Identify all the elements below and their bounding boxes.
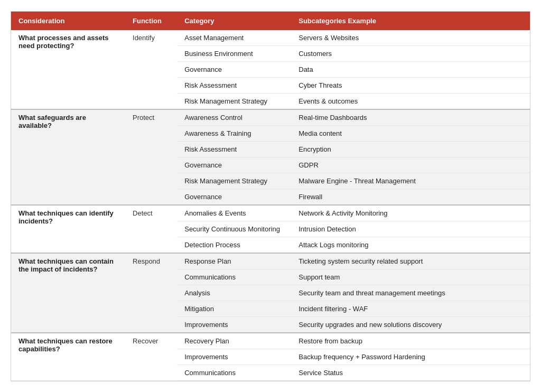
subcategory-cell: Servers & Websites (291, 30, 530, 46)
header-consideration: Consideration (11, 12, 125, 30)
subcategory-cell: Restore from backup (291, 333, 530, 349)
table-row: What safeguards are available?ProtectAwa… (11, 109, 530, 126)
consideration-cell-group-identify: What processes and assets need protectin… (11, 30, 125, 109)
subcategory-cell: Intrusion Detection (291, 221, 530, 237)
category-cell: Improvements (177, 316, 291, 333)
header-subcategories: Subcategories Example (291, 12, 530, 30)
subcategory-cell: GDPR (291, 157, 530, 173)
subcategory-cell: Media content (291, 125, 530, 141)
table-body: What processes and assets need protectin… (11, 30, 530, 381)
consideration-cell-group-respond: What techniques can contain the impact o… (11, 253, 125, 333)
subcategory-cell: Real-time Dashboards (291, 109, 530, 126)
consideration-cell-group-recover: What techniques can restore capabilities… (11, 333, 125, 381)
consideration-cell-group-detect: What techniques can identify incidents? (11, 205, 125, 253)
subcategory-cell: Attack Logs monitoring (291, 237, 530, 253)
category-cell: Improvements (177, 349, 291, 365)
subcategory-cell: Encryption (291, 141, 530, 157)
consideration-cell-group-protect: What safeguards are available? (11, 109, 125, 205)
category-cell: Business Environment (177, 45, 291, 61)
category-cell: Governance (177, 157, 291, 173)
category-cell: Risk Assessment (177, 141, 291, 157)
header-function: Function (125, 12, 177, 30)
subcategory-cell: Cyber Threats (291, 77, 530, 93)
category-cell: Security Continuous Monitoring (177, 221, 291, 237)
subcategory-cell: Customers (291, 45, 530, 61)
subcategory-cell: Malware Engine - Threat Management (291, 173, 530, 189)
category-cell: Response Plan (177, 253, 291, 269)
main-table-wrapper: Consideration Function Category Subcateg… (11, 11, 530, 381)
subcategory-cell: Service Status (291, 365, 530, 380)
category-cell: Awareness Control (177, 109, 291, 126)
subcategory-cell: Network & Activity Monitoring (291, 205, 530, 221)
category-cell: Risk Management Strategy (177, 93, 291, 109)
subcategory-cell: Support team (291, 269, 530, 285)
category-cell: Governance (177, 61, 291, 77)
function-cell-group-identify: Identify (125, 30, 177, 109)
category-cell: Awareness & Training (177, 125, 291, 141)
category-cell: Asset Management (177, 30, 291, 46)
table-row: What techniques can identify incidents?D… (11, 205, 530, 221)
subcategory-cell: Ticketing system security related suppor… (291, 253, 530, 269)
function-cell-group-respond: Respond (125, 253, 177, 333)
subcategory-cell: Data (291, 61, 530, 77)
category-cell: Analysis (177, 285, 291, 301)
category-cell: Mitigation (177, 301, 291, 316)
function-cell-group-detect: Detect (125, 205, 177, 253)
framework-table: Consideration Function Category Subcateg… (11, 12, 530, 381)
subcategory-cell: Events & outcomes (291, 93, 530, 109)
table-row: What techniques can restore capabilities… (11, 333, 530, 349)
category-cell: Risk Management Strategy (177, 173, 291, 189)
function-cell-group-recover: Recover (125, 333, 177, 381)
subcategory-cell: Security team and threat management meet… (291, 285, 530, 301)
category-cell: Anomalies & Events (177, 205, 291, 221)
subcategory-cell: Firewall (291, 189, 530, 205)
header-category: Category (177, 12, 291, 30)
category-cell: Governance (177, 189, 291, 205)
subcategory-cell: Incident filtering - WAF (291, 301, 530, 316)
function-cell-group-protect: Protect (125, 109, 177, 205)
category-cell: Communications (177, 365, 291, 380)
category-cell: Communications (177, 269, 291, 285)
table-row: What processes and assets need protectin… (11, 30, 530, 46)
table-row: What techniques can contain the impact o… (11, 253, 530, 269)
category-cell: Detection Process (177, 237, 291, 253)
subcategory-cell: Backup frequency + Password Hardening (291, 349, 530, 365)
category-cell: Risk Assessment (177, 77, 291, 93)
subcategory-cell: Security upgrades and new solutions disc… (291, 316, 530, 333)
category-cell: Recovery Plan (177, 333, 291, 349)
table-header-row: Consideration Function Category Subcateg… (11, 12, 530, 30)
